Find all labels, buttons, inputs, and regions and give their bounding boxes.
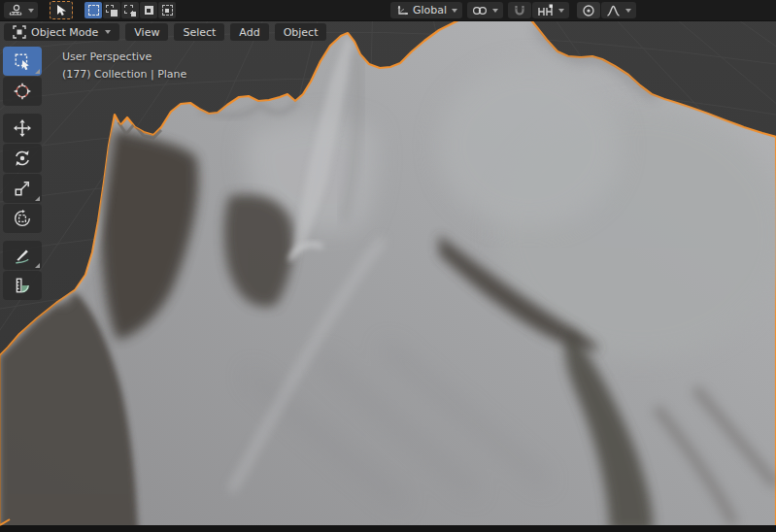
- object-mode-icon: [13, 25, 26, 39]
- chevron-down-icon: [558, 9, 564, 13]
- view-perspective-label: User Perspective: [62, 50, 152, 63]
- menu-view-label: View: [134, 26, 159, 39]
- editor-type-selector[interactable]: [4, 2, 38, 18]
- chevron-down-icon: [28, 9, 34, 13]
- menu-object[interactable]: Object: [275, 23, 327, 41]
- select-box-icon: [14, 52, 31, 70]
- editor-type-icon: [8, 4, 23, 17]
- proportional-editing-icon: [582, 4, 595, 17]
- pivot-point-dropdown[interactable]: [467, 2, 503, 18]
- falloff-dropdown[interactable]: [601, 2, 636, 18]
- select-extend-icon: [106, 5, 118, 17]
- active-tool-indicator[interactable]: [50, 1, 73, 19]
- tool-rotate[interactable]: [3, 144, 42, 173]
- transform-settings-group: Global: [390, 2, 641, 18]
- tool-cursor[interactable]: [3, 77, 42, 106]
- pivot-point-icon: [472, 4, 488, 17]
- tool-scale[interactable]: [3, 174, 42, 203]
- active-object-label: (177) Collection | Plane: [62, 68, 186, 81]
- tool-transform[interactable]: [3, 204, 42, 233]
- blender-window: Global: [0, 0, 776, 532]
- menu-view[interactable]: View: [125, 23, 168, 41]
- tool-measure[interactable]: [3, 271, 42, 300]
- mode-dropdown[interactable]: Object Mode: [4, 23, 119, 41]
- select-mode-subtract[interactable]: [121, 2, 139, 18]
- topbar: Global: [0, 0, 776, 21]
- move-icon: [14, 119, 31, 137]
- scale-icon: [14, 180, 31, 197]
- orientation-label: Global: [413, 4, 447, 17]
- chevron-down-icon: [452, 9, 457, 13]
- menu-add[interactable]: Add: [230, 23, 268, 41]
- select-mode-intersect[interactable]: [158, 2, 176, 18]
- proportional-editing-toggle[interactable]: [577, 2, 600, 18]
- annotate-icon: [14, 247, 31, 264]
- menu-select[interactable]: Select: [174, 23, 224, 41]
- select-intersect-icon: [162, 5, 173, 16]
- tool-shelf: [3, 47, 42, 301]
- select-mode-invert[interactable]: [140, 2, 157, 18]
- cursor-arrow-icon: [55, 4, 67, 17]
- chevron-down-icon: [105, 30, 111, 34]
- tool-move[interactable]: [3, 114, 42, 143]
- menu-add-label: Add: [239, 26, 259, 39]
- chevron-down-icon: [492, 9, 498, 13]
- window-edge: [0, 525, 776, 532]
- tool-select-box[interactable]: [3, 47, 42, 76]
- orientation-dropdown[interactable]: Global: [390, 2, 462, 18]
- menu-object-label: Object: [284, 26, 319, 39]
- chevron-down-icon: [625, 9, 631, 13]
- select-mode-extend[interactable]: [103, 2, 120, 18]
- menu-select-label: Select: [183, 26, 216, 39]
- measure-icon: [14, 277, 31, 294]
- viewport-header: Object Mode View Select Add Object: [4, 23, 326, 41]
- select-mode-group: [84, 2, 176, 18]
- mode-label: Object Mode: [31, 26, 98, 39]
- select-invert-icon: [145, 6, 153, 15]
- rotate-icon: [14, 150, 31, 167]
- cursor-3d-icon: [14, 83, 31, 100]
- select-mode-set[interactable]: [84, 2, 102, 18]
- select-set-icon: [88, 5, 99, 16]
- snap-increment-icon: [537, 4, 554, 17]
- transform-orientation-icon: [395, 4, 410, 17]
- snap-target-dropdown[interactable]: [532, 2, 569, 18]
- snap-toggle[interactable]: [508, 2, 531, 18]
- select-subtract-icon: [124, 5, 136, 17]
- transform-icon: [14, 210, 31, 227]
- smooth-falloff-icon: [606, 4, 621, 17]
- tool-annotate[interactable]: [3, 241, 42, 270]
- magnet-icon: [513, 4, 526, 17]
